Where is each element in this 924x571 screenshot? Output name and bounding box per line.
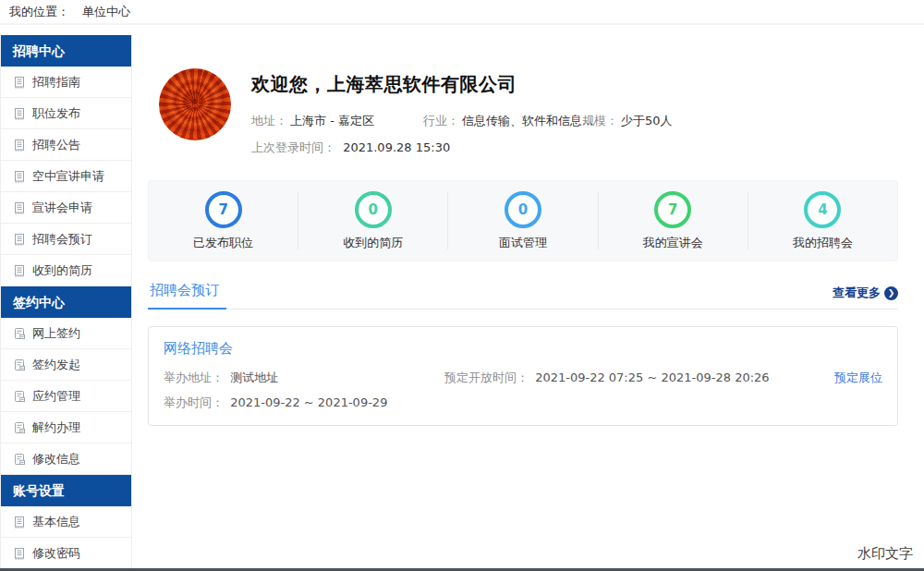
sidebar-section-header: 签约中心 xyxy=(1,286,131,318)
stat-item[interactable]: 4我的招聘会 xyxy=(748,191,897,251)
last-login-label: 上次登录时间： xyxy=(251,140,335,154)
sidebar-item-label: 修改密码 xyxy=(32,545,80,562)
contract-icon xyxy=(13,421,26,434)
welcome-section: 欢迎您，上海萃思软件有限公司 地址：上海市 - 嘉定区行业：信息传输、软件和信息… xyxy=(148,68,898,156)
sidebar-item[interactable]: 招聘公告 xyxy=(1,129,131,161)
sidebar-item-label: 签约发起 xyxy=(32,357,80,373)
company-field: 地址：上海市 - 嘉定区 xyxy=(251,113,423,129)
sidebar-item-label: 招聘公告 xyxy=(32,137,80,153)
fair-section: 招聘会预订 查看更多 ❯ 网络招聘会 举办地址： 测试地址 举办时间： 2021… xyxy=(148,280,898,426)
fair-card: 网络招聘会 举办地址： 测试地址 举办时间： 2021-09-22 ~ 2021… xyxy=(148,326,898,426)
sidebar-section-header: 账号设置 xyxy=(1,475,131,506)
field-label: 行业： xyxy=(423,114,459,128)
sidebar-item-label: 职位发布 xyxy=(32,105,80,122)
receipt-icon xyxy=(13,264,26,277)
receipt-icon xyxy=(13,107,26,120)
contract-icon xyxy=(13,327,26,340)
field-label: 规模： xyxy=(582,114,618,128)
sidebar-section-header: 招聘中心 xyxy=(1,35,131,67)
field-value: 上海市 - 嘉定区 xyxy=(290,114,374,128)
sidebar-item-label: 基本信息 xyxy=(32,514,80,530)
chevron-right-icon: ❯ xyxy=(884,286,898,300)
fair-time-value: 2021-09-22 ~ 2021-09-29 xyxy=(230,395,387,409)
sidebar-item-label: 招聘会预订 xyxy=(32,231,92,248)
sidebar-item[interactable]: 宣讲会申请 xyxy=(1,192,131,224)
fair-time: 举办时间： 2021-09-22 ~ 2021-09-29 xyxy=(164,395,444,411)
fair-open-time: 预定开放时间： 2021-09-22 07:25 ~ 2021-09-28 20… xyxy=(444,370,834,386)
stat-value: 0 xyxy=(355,191,392,228)
fair-card-body: 举办地址： 测试地址 举办时间： 2021-09-22 ~ 2021-09-29… xyxy=(164,370,882,411)
sidebar-item-label: 修改信息 xyxy=(32,451,80,468)
field-value: 信息传输、软件和信息... xyxy=(462,114,593,128)
receipt-icon xyxy=(13,139,26,152)
sidebar-item[interactable]: 空中宣讲申请 xyxy=(1,161,131,192)
stat-item[interactable]: 7已发布职位 xyxy=(149,191,298,251)
fair-card-mid: 预定开放时间： 2021-09-22 07:25 ~ 2021-09-28 20… xyxy=(444,370,834,411)
contract-icon xyxy=(13,358,26,371)
sidebar-item-label: 收到的简历 xyxy=(32,262,92,279)
stat-label: 已发布职位 xyxy=(193,235,253,251)
sidebar-item[interactable]: 修改密码 xyxy=(1,538,131,569)
fair-card-title[interactable]: 网络招聘会 xyxy=(164,340,233,358)
welcome-title: 欢迎您，上海萃思软件有限公司 xyxy=(251,72,673,97)
stat-label: 我的宣讲会 xyxy=(643,235,703,251)
sidebar-item[interactable]: 签约发起 xyxy=(1,349,131,381)
stat-item[interactable]: 7我的宣讲会 xyxy=(599,191,748,251)
company-avatar xyxy=(159,68,231,140)
stat-value: 7 xyxy=(654,191,691,228)
receipt-icon xyxy=(13,201,26,214)
fair-address-label: 举办地址： xyxy=(164,371,224,384)
breadcrumb: 我的位置： 单位中心 xyxy=(0,0,924,25)
stat-item[interactable]: 0面试管理 xyxy=(448,191,597,251)
stat-value: 4 xyxy=(804,191,841,228)
receipt-icon xyxy=(13,76,26,89)
fair-open-value: 2021-09-22 07:25 ~ 2021-09-28 20:26 xyxy=(535,371,769,384)
sidebar-item-label: 网上签约 xyxy=(32,325,80,342)
contract-icon xyxy=(13,390,26,403)
sidebar-item-label: 应约管理 xyxy=(32,388,80,405)
sidebar-item-label: 宣讲会申请 xyxy=(32,200,92,216)
stat-value: 7 xyxy=(205,191,242,228)
sidebar-item-label: 解约办理 xyxy=(32,419,80,436)
book-booth-link[interactable]: 预定展位 xyxy=(834,370,882,411)
sidebar-item[interactable]: 网上签约 xyxy=(1,318,131,349)
sidebar-item[interactable]: 收到的简历 xyxy=(1,255,131,286)
receipt-icon xyxy=(13,516,26,528)
fair-card-left: 举办地址： 测试地址 举办时间： 2021-09-22 ~ 2021-09-29 xyxy=(164,370,444,411)
fair-open-label: 预定开放时间： xyxy=(444,371,529,384)
company-field: 规模：少于50人 xyxy=(582,113,673,129)
sidebar-item[interactable]: 招聘指南 xyxy=(1,67,131,98)
stat-label: 我的招聘会 xyxy=(793,235,853,251)
receipt-icon xyxy=(13,547,26,560)
field-value: 少于50人 xyxy=(621,114,673,128)
fair-address-value: 测试地址 xyxy=(230,371,278,384)
receipt-icon xyxy=(13,233,26,246)
view-more-label: 查看更多 xyxy=(833,285,881,301)
stat-label: 面试管理 xyxy=(499,235,547,251)
sidebar-item[interactable]: 解约办理 xyxy=(1,412,131,443)
watermark-text: 水印文字 xyxy=(857,545,913,563)
stat-item[interactable]: 0收到的简历 xyxy=(298,191,447,251)
contract-icon xyxy=(13,453,26,466)
last-login: 上次登录时间： 2021.09.28 15:30 xyxy=(251,140,673,156)
fair-address: 举办地址： 测试地址 xyxy=(164,370,444,386)
company-fields: 地址：上海市 - 嘉定区行业：信息传输、软件和信息...规模：少于50人 xyxy=(251,113,673,129)
tab-row: 招聘会预订 查看更多 ❯ xyxy=(148,280,898,310)
sidebar-item[interactable]: 职位发布 xyxy=(1,98,131,129)
main-content: 欢迎您，上海萃思软件有限公司 地址：上海市 - 嘉定区行业：信息传输、软件和信息… xyxy=(148,26,898,426)
tab-fair-booking[interactable]: 招聘会预订 xyxy=(148,280,226,310)
sidebar-item[interactable]: 招聘会预订 xyxy=(1,224,131,255)
welcome-text: 欢迎您，上海萃思软件有限公司 地址：上海市 - 嘉定区行业：信息传输、软件和信息… xyxy=(251,68,673,156)
sidebar-item[interactable]: 应约管理 xyxy=(1,381,131,412)
stat-value: 0 xyxy=(505,191,541,228)
breadcrumb-current[interactable]: 单位中心 xyxy=(82,4,130,20)
view-more-link[interactable]: 查看更多 ❯ xyxy=(833,285,898,309)
stats-panel: 7已发布职位0收到的简历0面试管理7我的宣讲会4我的招聘会 xyxy=(148,180,898,261)
field-label: 地址： xyxy=(251,114,287,128)
sidebar-item[interactable]: 修改信息 xyxy=(1,443,131,475)
receipt-icon xyxy=(13,170,26,183)
sidebar-item-label: 空中宣讲申请 xyxy=(32,168,104,185)
sidebar-item[interactable]: 基本信息 xyxy=(1,506,131,538)
company-field: 行业：信息传输、软件和信息... xyxy=(423,113,582,129)
last-login-value: 2021.09.28 15:30 xyxy=(343,140,450,154)
